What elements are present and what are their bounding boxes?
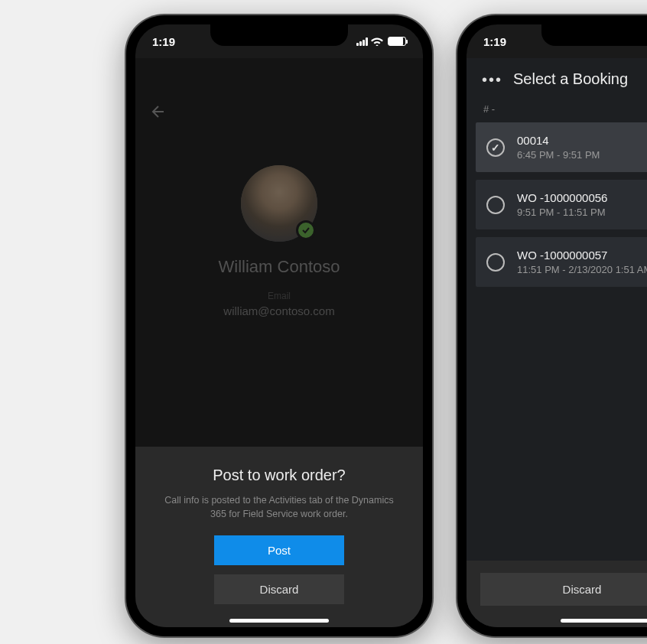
- booking-item[interactable]: WO -1000000056 9:51 PM - 11:51 PM: [476, 180, 647, 229]
- phone-right: 1:19 ••• Select a Booking # - 00014 6:45…: [457, 15, 647, 636]
- discard-button[interactable]: Discard: [480, 573, 647, 606]
- discard-button[interactable]: Discard: [214, 574, 344, 604]
- booking-time: 9:51 PM - 11:51 PM: [517, 207, 607, 218]
- post-sheet: Post to work order? Call info is posted …: [135, 447, 423, 628]
- booking-list: 00014 6:45 PM - 9:51 PM WO -1000000056 9…: [467, 122, 647, 627]
- radio-icon[interactable]: [486, 253, 505, 272]
- sheet-title: Post to work order?: [151, 467, 408, 484]
- section-label: # -: [467, 97, 647, 122]
- radio-checked-icon[interactable]: [486, 138, 505, 157]
- contact-profile: William Contoso Email william@contoso.co…: [135, 165, 423, 317]
- post-button[interactable]: Post: [214, 535, 344, 565]
- header: ••• Select a Booking: [467, 58, 647, 97]
- booking-item[interactable]: 00014 6:45 PM - 9:51 PM: [476, 122, 647, 172]
- booking-time: 11:51 PM - 2/13/2020 1:51 AM: [517, 264, 647, 275]
- presence-badge-icon: [296, 220, 316, 240]
- notch: [541, 24, 647, 46]
- booking-time: 6:45 PM - 9:51 PM: [517, 149, 600, 161]
- notch: [210, 24, 348, 46]
- contact-name: William Contoso: [219, 257, 340, 277]
- more-icon[interactable]: •••: [482, 72, 502, 87]
- sheet-subtitle: Call info is posted to the Activities ta…: [151, 493, 408, 522]
- avatar: [241, 165, 317, 242]
- signal-icon: [356, 37, 368, 46]
- status-time: 1:19: [152, 35, 175, 48]
- contact-email-label: Email: [268, 291, 291, 301]
- radio-icon[interactable]: [486, 196, 505, 214]
- contact-email: william@contoso.com: [223, 304, 334, 317]
- home-indicator[interactable]: [229, 619, 329, 623]
- back-arrow-icon[interactable]: [149, 102, 167, 121]
- wifi-icon: [371, 37, 383, 46]
- phone-left: 1:19 William Contoso Email william@conto…: [126, 15, 432, 636]
- page-title: Select a Booking: [513, 70, 628, 88]
- booking-title: 00014: [517, 134, 600, 147]
- booking-item[interactable]: WO -1000000057 11:51 PM - 2/13/2020 1:51…: [476, 237, 647, 287]
- battery-icon: [388, 37, 406, 46]
- booking-title: WO -1000000056: [517, 191, 607, 204]
- booking-title: WO -1000000057: [517, 249, 647, 262]
- home-indicator[interactable]: [561, 619, 647, 623]
- status-time: 1:19: [483, 35, 506, 48]
- bottom-bar: Discard: [467, 561, 647, 627]
